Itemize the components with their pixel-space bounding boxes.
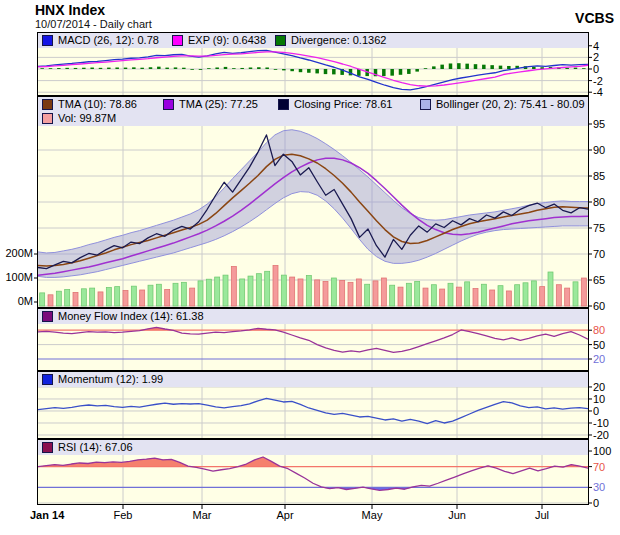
legend-label: MACD (26, 12): 0.78 [58,34,159,46]
legend-item-rsi: RSI (14): 67.06 [42,441,133,453]
legend-item-tma25: TMA (25): 77.25 [163,98,258,110]
y-axis-label: 20 [593,353,605,365]
legend-swatch [420,99,431,110]
legend-label: EXP (9): 0.6438 [188,34,266,46]
y-axis-label: -4 [593,86,603,98]
legend-swatch [278,99,289,110]
legend-label: Momentum (12): 1.99 [58,373,163,385]
x-axis-label: Jan 14 [30,509,64,521]
volume-axis-label: 0M [0,295,33,307]
legend-label: Money Flow Index (14): 61.38 [58,310,204,322]
legend-item-momentum: Momentum (12): 1.99 [42,373,163,385]
y-axis-label: -20 [593,429,609,441]
page-title: HNX Index [35,2,105,18]
y-axis-label: 2 [593,51,599,63]
y-axis-label: 60 [593,300,605,312]
y-axis-label: 90 [593,144,605,156]
momentum-panel: Momentum (12): 1.99 [37,371,589,439]
y-axis-label: 85 [593,170,605,182]
y-axis-label: 10 [593,393,605,405]
price-legend: TMA (10): 78.86 TMA (25): 77.25 Closing … [38,97,588,126]
mfi-panel: Money Flow Index (14): 61.38 [37,308,589,371]
y-axis-label: 0 [593,497,599,509]
y-axis-label: 0 [593,405,599,417]
y-axis-label: 100 [593,445,611,457]
x-axis-label: Apr [276,509,293,521]
legend-swatch [163,99,174,110]
rsi-legend: RSI (14): 67.06 [38,440,588,455]
y-axis-label: 70 [593,248,605,260]
legend-swatch [42,113,53,124]
macd-panel: MACD (26, 12): 0.78 EXP (9): 0.6438 Dive… [37,32,589,96]
legend-swatch [172,35,183,46]
x-axis-label: Feb [114,509,133,521]
legend-item-mfi: Money Flow Index (14): 61.38 [42,310,204,322]
y-axis-label: 20 [593,381,605,393]
legend-item-tma10: TMA (10): 78.86 [42,98,137,110]
y-axis-label: 75 [593,222,605,234]
y-axis-label: -10 [593,417,609,429]
price-panel: TMA (10): 78.86 TMA (25): 77.25 Closing … [37,96,589,308]
legend-item-close: Closing Price: 78.61 [278,98,392,110]
y-axis-label: 80 [593,324,605,336]
legend-swatch [42,99,53,110]
volume-axis-label: 200M [0,247,33,259]
x-axis-label: Mar [193,509,212,521]
legend-swatch [42,442,53,453]
x-axis-label: Jul [535,509,549,521]
legend-swatch [42,374,53,385]
legend-swatch [275,35,286,46]
volume-axis-label: 100M [0,271,33,283]
y-axis-label: -2 [593,75,603,87]
chart-subtitle: 10/07/2014 - Daily chart [35,18,152,30]
legend-label: Divergence: 0.1362 [291,34,386,46]
legend-item-bollinger: Bollinger (20, 2): 75.41 - 80.09 [420,98,585,110]
y-axis-label: 80 [593,196,605,208]
legend-swatch [42,311,53,322]
legend-item-macd: MACD (26, 12): 0.78 [42,34,159,46]
brand-label: VCBS [575,10,614,26]
x-axis-label: Jun [448,509,466,521]
legend-label: TMA (25): 77.25 [179,98,258,110]
legend-label: Closing Price: 78.61 [294,98,392,110]
chart-page: HNX Index 10/07/2014 - Daily chart VCBS … [0,0,620,535]
legend-label: TMA (10): 78.86 [58,98,137,110]
y-axis-label: 50 [593,339,605,351]
y-axis-label: 0 [593,63,599,75]
legend-label: RSI (14): 67.06 [58,441,133,453]
legend-swatch [42,35,53,46]
legend-item-volume: Vol: 99.87M [42,112,116,124]
y-axis-label: 4 [593,40,599,52]
y-axis-label: 70 [593,461,605,473]
y-axis-label: 95 [593,118,605,130]
mfi-legend: Money Flow Index (14): 61.38 [38,309,588,324]
rsi-panel: RSI (14): 67.06 [37,439,589,505]
y-axis-label: 30 [593,481,605,493]
legend-label: Bollinger (20, 2): 75.41 - 80.09 [436,98,585,110]
y-axis-label: 65 [593,274,605,286]
macd-legend: MACD (26, 12): 0.78 EXP (9): 0.6438 Dive… [38,33,588,48]
legend-label: Vol: 99.87M [58,112,116,124]
price-plot [38,97,588,307]
legend-item-divergence: Divergence: 0.1362 [275,34,386,46]
legend-item-exp: EXP (9): 0.6438 [172,34,266,46]
x-axis-label: May [362,509,383,521]
momentum-legend: Momentum (12): 1.99 [38,372,588,387]
